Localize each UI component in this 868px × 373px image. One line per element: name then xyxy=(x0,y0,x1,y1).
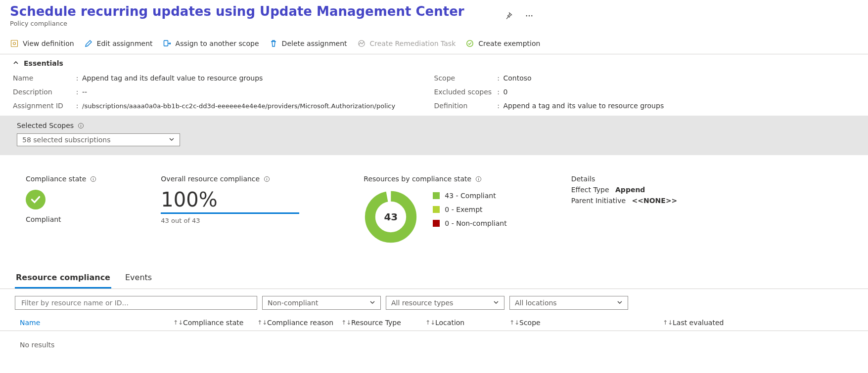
svg-point-2 xyxy=(531,15,532,16)
donut-chart: 43 xyxy=(364,190,418,244)
assign-scope-button[interactable]: Assign to another scope xyxy=(163,39,259,48)
pin-icon[interactable] xyxy=(504,11,513,20)
essentials-name-key: Name xyxy=(13,74,72,82)
overall-compliance-pct: 100% xyxy=(161,190,299,209)
assign-icon xyxy=(163,39,172,48)
overall-compliance-header: Overall resource compliance xyxy=(161,175,260,183)
table-empty: No results xyxy=(0,331,868,359)
info-icon[interactable] xyxy=(475,176,482,182)
info-icon[interactable] xyxy=(90,176,96,182)
filter-compliance-dropdown[interactable]: Non-compliant xyxy=(262,296,381,310)
resources-by-state-header: Resources by compliance state xyxy=(364,175,471,183)
create-remediation-button: Create Remediation Task xyxy=(357,39,456,48)
command-bar: View definition Edit assignment Assign t… xyxy=(0,34,868,54)
progress-bar xyxy=(161,212,299,214)
compliance-state-value: Compliant xyxy=(26,215,96,223)
exemption-icon xyxy=(465,39,474,48)
svg-rect-3 xyxy=(11,41,18,47)
col-compliance-state[interactable]: Compliance state ↑↓ xyxy=(183,319,267,327)
tab-events[interactable]: Events xyxy=(124,269,153,289)
page-subtitle: Policy compliance xyxy=(10,20,464,27)
page-title: Schedule recurring updates using Update … xyxy=(10,4,464,19)
donut-center-value: 43 xyxy=(364,190,418,244)
compliance-state-header: Compliance state xyxy=(26,175,86,183)
essentials-toggle[interactable]: Essentials xyxy=(13,59,855,67)
legend-swatch-compliant xyxy=(433,192,440,199)
sort-icon[interactable]: ↑↓ xyxy=(509,319,519,326)
essentials-scope-value: Contoso xyxy=(503,74,856,82)
essentials-name-value: Append tag and its default value to reso… xyxy=(82,74,434,82)
chevron-down-icon xyxy=(493,299,499,307)
tab-resource-compliance[interactable]: Resource compliance xyxy=(15,269,111,289)
essentials-excl-value: 0 xyxy=(503,88,856,96)
chevron-up-icon xyxy=(13,59,19,67)
overall-compliance-sub: 43 out of 43 xyxy=(161,217,299,224)
legend-exempt: 0 - Exempt xyxy=(433,206,506,213)
sort-icon[interactable]: ↑↓ xyxy=(341,319,351,326)
chevron-down-icon xyxy=(169,136,175,144)
effect-type-key: Effect Type xyxy=(571,186,609,194)
selected-scopes-dropdown[interactable]: 58 selected subscriptions xyxy=(17,133,180,146)
svg-rect-5 xyxy=(164,41,168,46)
svg-point-1 xyxy=(528,15,529,16)
col-name[interactable]: Name ↑↓ xyxy=(20,319,183,327)
essentials-def-value: Append a tag and its value to resource g… xyxy=(503,102,856,110)
more-icon[interactable] xyxy=(525,11,534,20)
essentials-assign-value: /subscriptions/aaaa0a0a-bb1b-cc2c-dd3d-e… xyxy=(82,102,434,110)
col-resource-type[interactable]: Resource Type ↑↓ xyxy=(351,319,435,327)
details-header: Details xyxy=(571,175,678,183)
compliance-state-card: Compliance state Compliant xyxy=(26,175,96,223)
legend-compliant: 43 - Compliant xyxy=(433,192,506,200)
chevron-down-icon xyxy=(369,299,375,307)
sort-icon[interactable]: ↑↓ xyxy=(663,319,673,326)
svg-point-4 xyxy=(13,42,16,45)
sort-icon[interactable]: ↑↓ xyxy=(257,319,267,326)
definition-icon xyxy=(10,39,19,48)
col-last-evaluated[interactable]: Last evaluated xyxy=(673,319,757,327)
essentials-scope-key: Scope xyxy=(434,74,494,82)
essentials-desc-value: -- xyxy=(82,88,434,96)
sort-icon[interactable]: ↑↓ xyxy=(173,319,183,326)
essentials-desc-key: Description xyxy=(13,88,72,96)
svg-point-0 xyxy=(526,15,527,16)
col-location[interactable]: Location ↑↓ xyxy=(435,319,519,327)
remediation-icon xyxy=(357,39,366,48)
resources-by-state-card: Resources by compliance state 43 43 - Co… xyxy=(364,175,506,244)
col-scope[interactable]: Scope ↑↓ xyxy=(519,319,673,327)
delete-assignment-button[interactable]: Delete assignment xyxy=(269,39,347,48)
parent-initiative-value: <<NONE>> xyxy=(632,197,678,205)
essentials-excl-key: Excluded scopes xyxy=(434,88,494,96)
filter-name-input-wrapper[interactable] xyxy=(15,296,257,310)
info-icon[interactable] xyxy=(78,123,84,129)
chevron-down-icon xyxy=(617,299,623,307)
legend-swatch-noncompliant xyxy=(433,220,440,227)
parent-initiative-key: Parent Initiative xyxy=(571,197,626,205)
info-icon[interactable] xyxy=(264,176,270,182)
create-exemption-button[interactable]: Create exemption xyxy=(465,39,540,48)
filter-locations-dropdown[interactable]: All locations xyxy=(509,296,628,310)
col-compliance-reason[interactable]: Compliance reason ↑↓ xyxy=(267,319,351,327)
details-card: Details Effect Type Append Parent Initia… xyxy=(571,175,678,205)
selected-scopes-label: Selected Scopes xyxy=(17,122,74,129)
essentials-def-key: Definition xyxy=(434,102,494,110)
delete-icon xyxy=(269,39,278,48)
essentials-assign-key: Assignment ID xyxy=(13,102,72,110)
overall-compliance-card: Overall resource compliance 100% 43 out … xyxy=(161,175,299,224)
effect-type-value: Append xyxy=(615,186,645,194)
filter-name-input[interactable] xyxy=(20,298,252,307)
view-definition-button[interactable]: View definition xyxy=(10,39,74,48)
edit-assignment-button[interactable]: Edit assignment xyxy=(84,39,153,48)
filter-types-dropdown[interactable]: All resource types xyxy=(386,296,504,310)
compliant-check-icon xyxy=(26,190,46,209)
sort-icon[interactable]: ↑↓ xyxy=(425,319,435,326)
edit-icon xyxy=(84,39,93,48)
legend-noncompliant: 0 - Non-compliant xyxy=(433,219,506,227)
legend-swatch-exempt xyxy=(433,206,440,213)
